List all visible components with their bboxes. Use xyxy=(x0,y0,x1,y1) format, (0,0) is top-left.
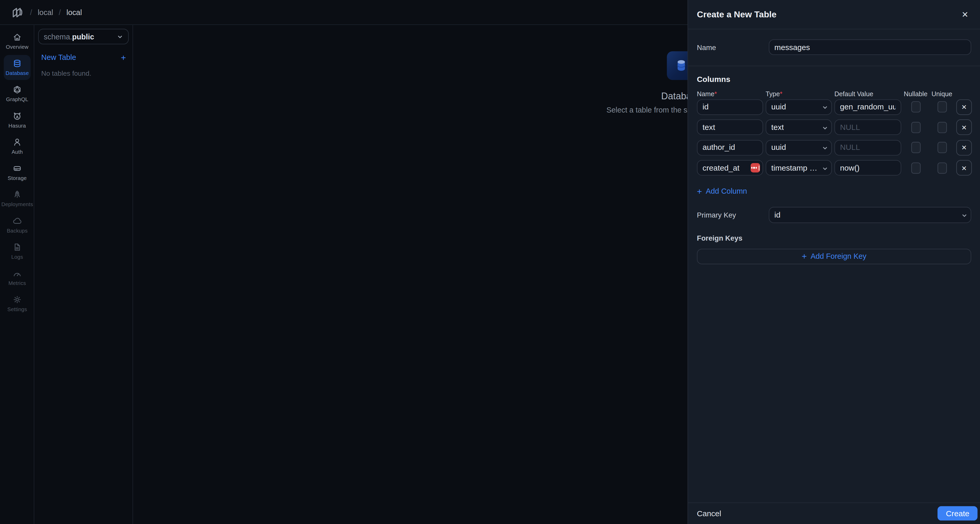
remove-column-button[interactable]: ✕ xyxy=(956,140,972,155)
column-name-input[interactable] xyxy=(697,119,763,135)
column-row-text: text✕ xyxy=(697,119,971,135)
unique-checkbox[interactable] xyxy=(937,162,947,173)
cloud-icon xyxy=(13,216,22,225)
column-default-input[interactable] xyxy=(834,99,901,114)
primary-key-select[interactable]: id xyxy=(768,206,971,223)
cancel-button[interactable]: Cancel xyxy=(697,509,721,518)
sidebar-item-settings: Settings xyxy=(4,291,30,316)
home-icon xyxy=(13,32,22,42)
sidebar-item-overview[interactable]: Overview xyxy=(4,29,30,54)
sidebar-item-hasura[interactable]: Hasura xyxy=(4,108,30,132)
database-icon xyxy=(13,59,22,68)
unique-cell xyxy=(930,122,954,133)
column-row-created_at: timestamp with time zone✕ xyxy=(697,160,971,176)
column-header-unique: Unique xyxy=(930,90,954,97)
sidebar-item-deployments: Deployments xyxy=(4,186,30,211)
sidebar-item-label: GraphQL xyxy=(6,96,28,102)
column-type-select[interactable]: text xyxy=(765,119,832,135)
sidebar-item-database[interactable]: Database xyxy=(4,55,30,80)
nhost-logo-icon[interactable] xyxy=(11,5,24,19)
breadcrumb-project[interactable]: local xyxy=(67,8,82,17)
schema-name: public xyxy=(72,32,94,41)
column-type-select[interactable]: uuid xyxy=(765,99,832,114)
column-header-name: Name* xyxy=(697,90,763,97)
column-header-nullable: Nullable xyxy=(904,90,928,97)
section-divider xyxy=(688,65,980,66)
nullable-checkbox[interactable] xyxy=(911,122,920,133)
columns-header-row: Name* Type* Default Value Nullable Uniqu… xyxy=(697,90,971,97)
breadcrumb-separator: / xyxy=(59,8,61,17)
plus-icon: + xyxy=(697,188,702,194)
column-row-id: uuid✕ xyxy=(697,99,971,114)
close-icon[interactable]: ✕ xyxy=(959,8,971,21)
sidebar-item-label: Hasura xyxy=(8,122,26,129)
nullable-cell xyxy=(904,122,928,133)
schema-select[interactable]: schema.public xyxy=(38,29,129,44)
nullable-checkbox[interactable] xyxy=(911,162,920,173)
chevron-down-icon xyxy=(961,212,967,218)
dialog-body: Name Columns Name* Type* Default Value N… xyxy=(688,29,980,502)
column-row-author_id: uuid✕ xyxy=(697,140,971,155)
gear-icon xyxy=(13,295,22,304)
dialog-footer: Cancel Create xyxy=(688,502,980,524)
plus-icon: + xyxy=(121,54,126,61)
unique-checkbox[interactable] xyxy=(937,122,947,133)
add-foreign-key-button[interactable]: + Add Foreign Key xyxy=(697,248,971,264)
sidebar-item-graphql[interactable]: GraphQL xyxy=(4,81,30,106)
sidebar-item-label: Backups xyxy=(7,227,27,233)
breadcrumb-workspace[interactable]: local xyxy=(38,8,53,17)
new-table-label: New Table xyxy=(41,53,76,62)
primary-key-label: Primary Key xyxy=(697,211,768,218)
hasura-icon xyxy=(13,111,22,121)
column-name-input[interactable] xyxy=(697,99,763,114)
column-name-input[interactable] xyxy=(697,140,763,155)
app-root: / local / local OverviewDatabaseGraphQLH… xyxy=(0,0,980,524)
create-button[interactable]: Create xyxy=(938,507,977,521)
nullable-cell xyxy=(904,101,928,112)
sidebar-item-label: Metrics xyxy=(8,280,26,286)
chevron-down-icon xyxy=(822,125,828,131)
remove-column-button[interactable]: ✕ xyxy=(956,99,972,114)
sidebar-item-label: Settings xyxy=(7,306,27,313)
sidebar-item-metrics: Metrics xyxy=(4,265,30,290)
new-table-button[interactable]: New Table + xyxy=(41,53,126,62)
column-default-input[interactable] xyxy=(834,140,901,155)
nullable-checkbox[interactable] xyxy=(911,142,920,153)
chevron-down-icon xyxy=(117,33,123,40)
remove-column-button[interactable]: ✕ xyxy=(956,119,972,135)
create-table-dialog: Create a New Table ✕ Name Columns Name* … xyxy=(687,0,980,524)
column-header-type: Type* xyxy=(765,90,832,97)
sidebar-item-auth[interactable]: Auth xyxy=(4,134,30,159)
chevron-down-icon xyxy=(822,104,828,110)
sidebar-item-label: Overview xyxy=(6,44,29,50)
column-type-select[interactable]: uuid xyxy=(765,140,832,155)
unique-checkbox[interactable] xyxy=(937,142,947,153)
nullable-cell xyxy=(904,162,928,173)
tables-panel: schema.public New Table + No tables foun… xyxy=(35,25,133,524)
schema-prefix: schema. xyxy=(44,32,72,41)
sidebar-item-label: Deployments xyxy=(1,201,33,207)
sidebar-item-label: Logs xyxy=(11,254,23,260)
user-icon xyxy=(13,137,22,147)
column-header-default: Default Value xyxy=(834,90,901,97)
unique-checkbox[interactable] xyxy=(937,101,947,112)
add-column-label: Add Column xyxy=(706,186,747,195)
unique-cell xyxy=(930,142,954,153)
columns-section-title: Columns xyxy=(697,75,971,84)
table-name-input[interactable] xyxy=(768,40,971,55)
add-column-button[interactable]: + Add Column xyxy=(697,186,747,195)
password-manager-autofill-icon[interactable] xyxy=(751,163,760,172)
remove-column-button[interactable]: ✕ xyxy=(956,160,972,176)
table-name-row: Name xyxy=(697,40,971,55)
column-default-input[interactable] xyxy=(834,119,901,135)
add-foreign-key-label: Add Foreign Key xyxy=(811,252,866,260)
sidebar-item-storage[interactable]: Storage xyxy=(4,160,30,185)
primary-key-row: Primary Key id xyxy=(697,206,971,223)
nullable-checkbox[interactable] xyxy=(911,101,920,112)
column-type-select[interactable]: timestamp with time zone xyxy=(765,160,832,176)
icon-sidebar: OverviewDatabaseGraphQLHasuraAuthStorage… xyxy=(0,25,35,524)
file-icon xyxy=(13,243,22,252)
sidebar-item-label: Database xyxy=(5,70,29,76)
column-default-input[interactable] xyxy=(834,160,901,176)
rocket-icon xyxy=(13,190,22,199)
